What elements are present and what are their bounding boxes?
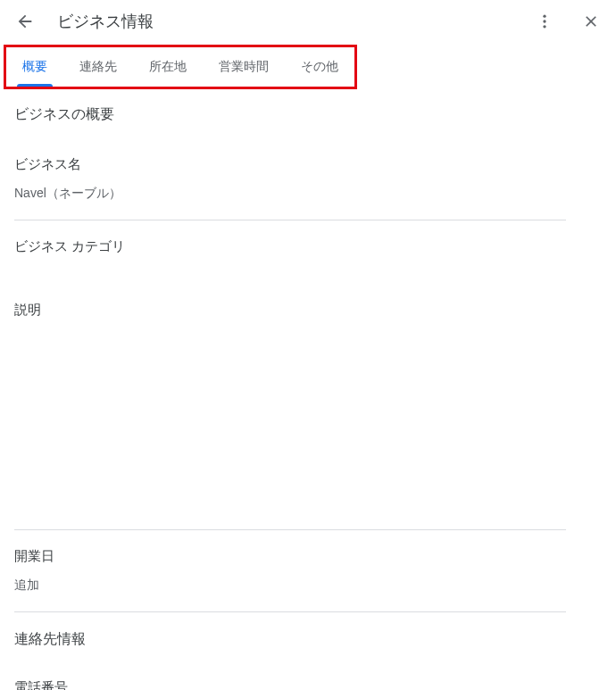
close-button[interactable] <box>580 11 602 32</box>
back-button[interactable] <box>14 11 36 32</box>
tabs: 概要 連絡先 所在地 営業時間 その他 <box>6 47 354 87</box>
field-business-name[interactable]: ビジネス名 Navel（ネーブル） <box>14 156 566 202</box>
business-category-label: ビジネス カテゴリ <box>14 238 566 255</box>
business-name-label: ビジネス名 <box>14 156 566 173</box>
svg-point-1 <box>543 20 545 22</box>
tab-other[interactable]: その他 <box>285 47 354 87</box>
tab-location[interactable]: 所在地 <box>133 47 203 87</box>
business-name-value: Navel（ネーブル） <box>14 186 566 202</box>
tab-label: その他 <box>301 59 338 75</box>
field-description[interactable]: 説明 <box>14 302 566 319</box>
more-button[interactable] <box>534 11 555 32</box>
field-phone[interactable]: 電話番号 <box>14 679 566 690</box>
divider <box>14 611 566 612</box>
tabs-highlight-box: 概要 連絡先 所在地 営業時間 その他 <box>4 45 357 89</box>
tab-contact[interactable]: 連絡先 <box>63 47 133 87</box>
svg-point-2 <box>543 25 545 28</box>
description-label: 説明 <box>14 302 566 319</box>
divider <box>14 529 566 530</box>
dialog-header: ビジネス情報 <box>0 0 616 43</box>
arrow-back-icon <box>15 12 35 31</box>
tab-label: 連絡先 <box>79 59 117 75</box>
section-contact-heading: 連絡先情報 <box>14 630 566 649</box>
more-vert-icon <box>536 12 554 30</box>
opening-date-value: 追加 <box>14 578 566 594</box>
section-overview-heading: ビジネスの概要 <box>14 105 566 124</box>
tab-label: 営業時間 <box>219 59 269 75</box>
dialog-title: ビジネス情報 <box>57 11 154 32</box>
tab-hours[interactable]: 営業時間 <box>203 47 285 87</box>
tab-overview[interactable]: 概要 <box>6 47 63 87</box>
content-scroll-area[interactable]: ビジネスの概要 ビジネス名 Navel（ネーブル） ビジネス カテゴリ 説明 開… <box>0 87 616 690</box>
opening-date-label: 開業日 <box>14 548 566 565</box>
close-icon <box>582 12 600 30</box>
field-opening-date[interactable]: 開業日 追加 <box>14 548 566 594</box>
divider <box>14 220 566 220</box>
field-business-category[interactable]: ビジネス カテゴリ <box>14 238 566 255</box>
tab-label: 概要 <box>22 59 47 75</box>
tab-label: 所在地 <box>149 59 187 75</box>
phone-label: 電話番号 <box>14 679 566 690</box>
svg-point-0 <box>543 15 545 18</box>
